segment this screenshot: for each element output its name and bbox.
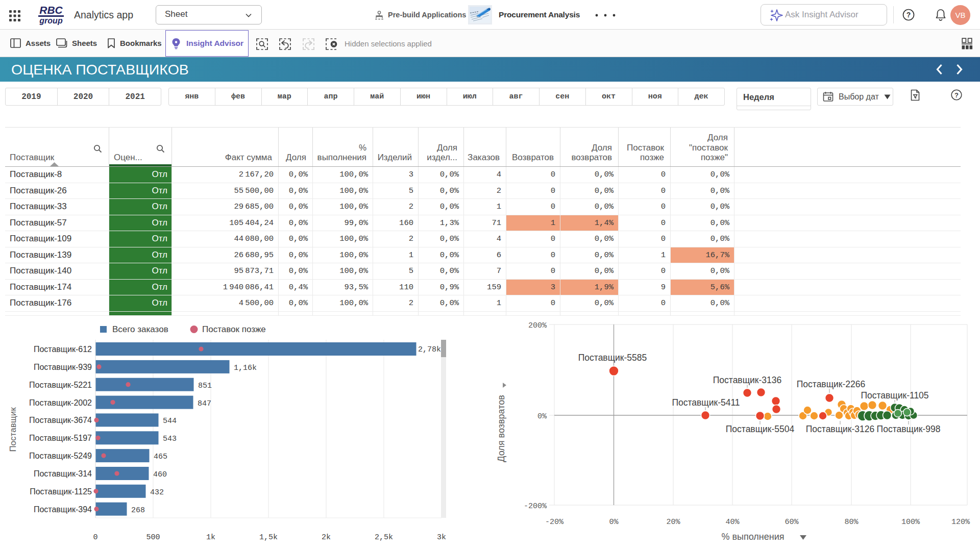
svg-text:Поставщик-3126: Поставщик-3126 (806, 424, 875, 434)
svg-text:544: 544 (163, 417, 177, 425)
svg-text:Поставщик-1105: Поставщик-1105 (861, 390, 928, 400)
svg-text:-20%: -20% (545, 518, 564, 527)
svg-text:460: 460 (153, 470, 167, 479)
svg-text:Поставщик-3674: Поставщик-3674 (29, 416, 92, 424)
svg-text:Поставщик-3136: Поставщик-3136 (713, 375, 782, 385)
svg-text:Поставщик-1125: Поставщик-1125 (30, 487, 92, 496)
svg-text:Поставщик-5585: Поставщик-5585 (578, 353, 647, 363)
svg-text:Поставщик-998: Поставщик-998 (877, 424, 941, 434)
svg-text:40%: 40% (725, 518, 740, 527)
svg-text:Поставщик-5504: Поставщик-5504 (726, 424, 795, 434)
svg-text:3k: 3k (437, 533, 446, 542)
svg-text:Поставщик-2266: Поставщик-2266 (797, 379, 866, 389)
svg-text:1k: 1k (206, 533, 215, 542)
svg-text:1,16k: 1,16k (234, 364, 257, 372)
svg-text:Поставщик-2002: Поставщик-2002 (29, 398, 92, 407)
svg-text:2k: 2k (322, 533, 331, 542)
svg-text:432: 432 (150, 488, 164, 497)
svg-text:0: 0 (93, 533, 97, 542)
svg-text:268: 268 (131, 506, 145, 515)
svg-text:100%: 100% (901, 518, 920, 527)
svg-text:Поставщик: Поставщик (8, 407, 18, 452)
svg-text:20%: 20% (666, 518, 680, 527)
svg-text:Поставщик-5221: Поставщик-5221 (29, 381, 92, 389)
svg-text:200%: 200% (528, 321, 547, 330)
svg-text:1,5k: 1,5k (259, 533, 278, 542)
svg-text:851: 851 (198, 382, 212, 390)
svg-text:% выполнения: % выполнения (721, 532, 784, 542)
svg-text:500: 500 (146, 533, 160, 542)
svg-text:?: ? (954, 91, 959, 99)
svg-text:Поставщик-5197: Поставщик-5197 (29, 434, 92, 442)
svg-text:Доля возвратов: Доля возвратов (496, 395, 506, 462)
svg-text:543: 543 (163, 435, 177, 443)
svg-text:60%: 60% (785, 518, 799, 527)
svg-text:Поставщик-612: Поставщик-612 (34, 345, 92, 354)
svg-text:Поставщик-314: Поставщик-314 (34, 469, 92, 478)
svg-text:Поставщик-5411: Поставщик-5411 (672, 397, 740, 408)
svg-text:Поставок позже: Поставок позже (202, 324, 266, 334)
svg-text:0%: 0% (609, 518, 619, 527)
svg-text:2,5k: 2,5k (375, 533, 393, 542)
svg-text:0%: 0% (537, 412, 547, 421)
svg-text:Поставщик-394: Поставщик-394 (34, 505, 92, 514)
svg-text:2,78k: 2,78k (418, 345, 441, 354)
svg-text:80%: 80% (844, 518, 859, 527)
svg-text:-200%: -200% (524, 502, 547, 511)
svg-text:847: 847 (198, 399, 211, 408)
svg-text:Поставщик-5249: Поставщик-5249 (29, 452, 92, 460)
svg-text:?: ? (906, 11, 911, 19)
svg-text:Поставщик-939: Поставщик-939 (34, 363, 92, 371)
svg-text:465: 465 (154, 453, 167, 461)
svg-text:Всего заказов: Всего заказов (112, 324, 168, 334)
svg-text:120%: 120% (951, 518, 970, 527)
